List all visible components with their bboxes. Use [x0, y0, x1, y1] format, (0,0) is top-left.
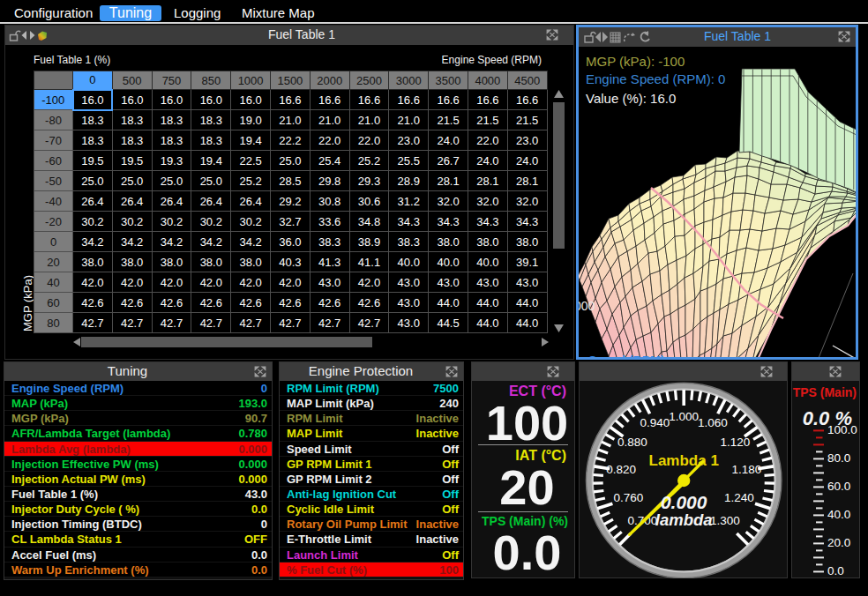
svg-text:0.940: 0.940: [640, 416, 670, 429]
svg-text:1.180: 1.180: [731, 463, 761, 476]
svg-text:1.240: 1.240: [724, 491, 754, 504]
svg-text:Lambda 1: Lambda 1: [649, 452, 719, 469]
svg-text:0.880: 0.880: [617, 436, 647, 449]
svg-text:1.000: 1.000: [669, 410, 699, 423]
svg-text:0.820: 0.820: [606, 463, 636, 476]
svg-text:20.0: 20.0: [827, 536, 850, 549]
svg-text:1.060: 1.060: [698, 416, 728, 429]
svg-text:1.300: 1.300: [710, 514, 740, 527]
svg-text:lambda: lambda: [655, 510, 713, 529]
svg-text:000: 000: [579, 299, 595, 313]
svg-text:40.0: 40.0: [827, 508, 850, 521]
svg-text:TPS (Main): TPS (Main): [793, 385, 857, 399]
svg-text:100.0: 100.0: [827, 423, 857, 436]
svg-text:1.120: 1.120: [721, 436, 751, 449]
svg-text:0.760: 0.760: [614, 491, 644, 504]
svg-text:80.0: 80.0: [827, 451, 850, 465]
svg-text:60.0: 60.0: [827, 480, 850, 493]
svg-text:0.0: 0.0: [827, 564, 844, 577]
svg-text:0.000: 0.000: [661, 492, 707, 512]
svg-text:Speed (RPM): Speed (RPM): [588, 354, 664, 358]
